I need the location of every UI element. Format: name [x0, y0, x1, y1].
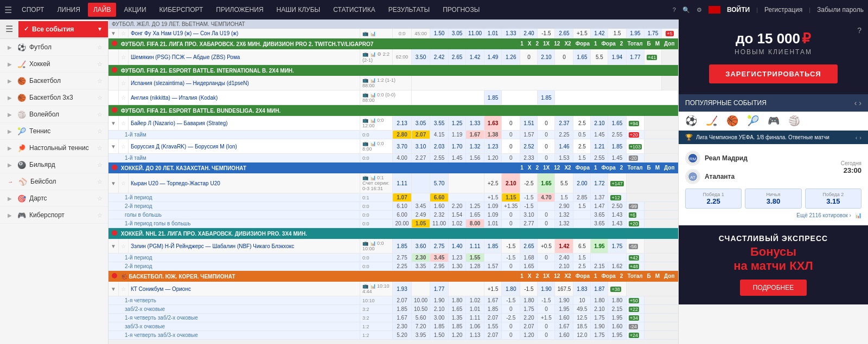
sub-odd-1x[interactable]: 1.85: [449, 322, 466, 331]
sub-odd-1x[interactable]: 1.35: [449, 314, 466, 322]
nav-sport[interactable]: СПОРТ: [16, 3, 49, 17]
sub-odd-1[interactable]: 4.00: [393, 154, 412, 163]
odd-x[interactable]: 3.60: [412, 239, 430, 254]
odd-x2[interactable]: 1.85: [484, 239, 502, 254]
sub-odd-1x[interactable]: 1.45: [449, 154, 466, 163]
star-cell[interactable]: ☆: [118, 173, 128, 193]
star-icon[interactable]: ☆: [97, 77, 103, 85]
sub-odd-x2[interactable]: 1.20: [484, 154, 502, 163]
odd-x[interactable]: 1.85: [484, 90, 502, 105]
sub-plus-cell[interactable]: +48: [626, 262, 644, 271]
sub-odd-x2[interactable]: 1.38: [484, 131, 502, 139]
sub-fora-2[interactable]: 1.95: [555, 305, 573, 314]
sub-plus-cell[interactable]: +42: [626, 254, 644, 262]
sub-plus-cell[interactable]: +34: [626, 314, 644, 322]
odd-12[interactable]: 1.33: [502, 29, 520, 38]
sub-odd-x2[interactable]: 1.85: [484, 305, 502, 314]
fora-1[interactable]: 2.10: [538, 49, 555, 65]
sub-plus-cell[interactable]: -20: [626, 154, 644, 163]
total-m[interactable]: 1.75: [644, 29, 662, 38]
sub-fora-1[interactable]: 1.15: [502, 193, 520, 202]
sub-odd-2[interactable]: 4.15: [430, 131, 449, 139]
odd-12[interactable]: 1.32: [466, 139, 484, 154]
sub-total-m[interactable]: 1.95: [608, 314, 626, 322]
sub-odd-12[interactable]: 1.56: [466, 154, 484, 163]
sub-odd-2[interactable]: 2.95: [430, 262, 449, 271]
sub-odd-1x[interactable]: 1.20: [449, 331, 466, 340]
odd-draw-box[interactable]: Ничья 3.80: [745, 189, 801, 209]
sub-plus-cell[interactable]: -24: [626, 322, 644, 331]
sub-odd-12[interactable]: 1.11: [466, 314, 484, 322]
sub-odd-x[interactable]: 10.50: [412, 305, 430, 314]
sidebar-item-basketball3x3[interactable]: ▶ 🏀 Баскетбол 3х3 ☆: [0, 89, 108, 106]
sub-total-m[interactable]: 1.43: [608, 219, 626, 228]
sub-total-b[interactable]: 2.55: [591, 154, 608, 163]
odd-12[interactable]: 1.49: [484, 49, 502, 65]
sub-fora-1[interactable]: 2.77: [520, 219, 538, 228]
total-m[interactable]: 1.65: [608, 116, 626, 131]
sub-odd-12[interactable]: 1.55: [466, 254, 484, 262]
sub-odd-12[interactable]: 1.65: [466, 211, 484, 219]
event-row-england-italy[interactable]: ☆ Англия (nikkitta) — Италия (Kodak) 📺 📊…: [108, 90, 678, 105]
sub-odd-x[interactable]: 3.35: [412, 262, 430, 271]
sub-fora-1[interactable]: 1.68: [520, 254, 538, 262]
sub-total-m[interactable]: 1.37: [591, 193, 608, 202]
odd-x[interactable]: 3.05: [449, 29, 466, 38]
event-row-kyran[interactable]: ▼ ☆ Кыран U20 — Торпедо-Жастар U20 📺 📊 0…: [108, 173, 678, 193]
event-name-cell[interactable]: Боруссия Д (KravaRK) — Боруссия М (Ion): [128, 139, 360, 154]
chevron-cell[interactable]: ▼: [108, 239, 118, 254]
odd-x2[interactable]: 2.40: [520, 29, 538, 38]
sub-odd-1x[interactable]: 2.20: [449, 202, 466, 211]
sub-total-b[interactable]: 2.85: [573, 193, 591, 202]
odd-x2[interactable]: 1.23: [484, 139, 502, 154]
sidebar-item-football[interactable]: ▶ ⚽ Футбол ☆: [0, 39, 108, 56]
sub-total-m[interactable]: 2.15: [608, 305, 626, 314]
sub-odd-x2[interactable]: 1.09: [484, 202, 502, 211]
sub-odd-x2[interactable]: 2.07: [484, 331, 502, 340]
plus-cell[interactable]: +103: [626, 139, 644, 154]
sub-fora-2[interactable]: 1.90: [555, 296, 573, 305]
event-name-cell[interactable]: Байер Л (Nazario) — Бавария (Strateg): [128, 116, 360, 131]
scroll-right[interactable]: ›: [859, 134, 861, 141]
sub-odd-1[interactable]: 2.75: [393, 254, 412, 262]
chevron-cell[interactable]: [108, 76, 118, 90]
sub-fora-1[interactable]: 2.33: [520, 154, 538, 163]
star-icon[interactable]: ☆: [97, 111, 103, 118]
sub-fora-1[interactable]: 1.65: [520, 262, 538, 271]
sidebar-item-esports[interactable]: ▶ 🎮 Киберспорт ☆: [0, 207, 108, 224]
sub-odd-1x[interactable]: 1.23: [449, 254, 466, 262]
event-name-cell[interactable]: Фонг Фу Ха Нам U19 (ж) — Сон Ла U19 (ж): [128, 29, 360, 38]
sub-odd-x2[interactable]: 1.09: [484, 211, 502, 219]
total-m[interactable]: 1.85: [608, 139, 626, 154]
fora-1[interactable]: 2.10: [502, 173, 520, 193]
sub-total-b[interactable]: 1.75: [591, 331, 608, 340]
sub-odd-x[interactable]: 3.95: [412, 331, 430, 340]
sub-plus-cell[interactable]: +22: [626, 305, 644, 314]
odd-2[interactable]: 2.03: [430, 139, 449, 154]
basketball-filter-icon[interactable]: 🏀: [726, 115, 738, 127]
total-m[interactable]: 1.87: [591, 282, 608, 296]
odd-1[interactable]: 3.50: [412, 49, 430, 65]
total-b[interactable]: 1.95: [626, 29, 644, 38]
sub-odd-12[interactable]: 1.13: [466, 331, 484, 340]
odd-2[interactable]: 3.55: [430, 116, 449, 131]
sub-odd-1x[interactable]: 1.30: [449, 262, 466, 271]
sub-odd-2[interactable]: 6.60: [430, 193, 449, 202]
nav-akcii[interactable]: АКЦИИ: [118, 3, 151, 17]
sub-odd-1x[interactable]: 1.65: [449, 305, 466, 314]
star-cell[interactable]: ☆: [118, 239, 128, 254]
total-m[interactable]: 1.75: [608, 239, 626, 254]
fora-2[interactable]: 1.46: [555, 139, 573, 154]
nav-results[interactable]: РЕЗУЛЬТАТЫ: [383, 3, 436, 17]
sub-odd-2[interactable]: 1.90: [430, 296, 449, 305]
star-icon[interactable]: ☆: [97, 61, 103, 68]
all-events-btn[interactable]: ✓ Все события ▼: [18, 21, 108, 37]
fora-1[interactable]: 2.52: [520, 139, 538, 154]
sub-fora-2[interactable]: 1.32: [555, 219, 573, 228]
sub-odd-2[interactable]: 2.10: [430, 305, 449, 314]
sub-odd-2[interactable]: 2.32: [430, 211, 449, 219]
odd-1[interactable]: 2.13: [393, 116, 412, 131]
sub-total-b[interactable]: 1.75: [591, 314, 608, 322]
star-cell[interactable]: ☆: [118, 282, 128, 296]
odd-x[interactable]: 2.42: [430, 49, 449, 65]
